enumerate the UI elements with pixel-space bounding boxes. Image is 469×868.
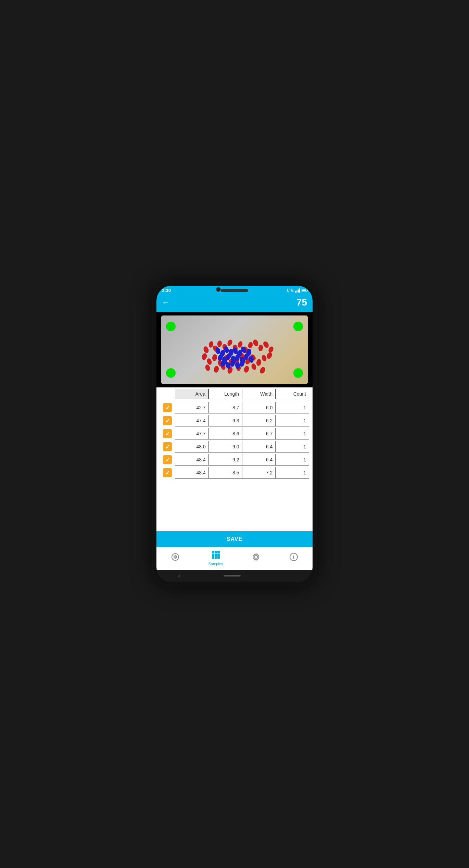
- cell-area-2: 47.7: [175, 428, 208, 439]
- row-checkbox-1[interactable]: ✓: [163, 416, 172, 425]
- home-button[interactable]: [224, 575, 241, 576]
- table-rows: ✓ 42.7 8.7 6.0 1 ✓ 47.4 9.3 6.2 1 ✓ 47.7…: [160, 402, 309, 479]
- row-checkbox-2[interactable]: ✓: [163, 429, 172, 438]
- row-checkbox-5[interactable]: ✓: [163, 468, 172, 477]
- cell-width-5: 7.2: [242, 467, 276, 479]
- row-checkbox-0[interactable]: ✓: [163, 403, 172, 412]
- seed-red: [248, 342, 253, 349]
- cell-length-2: 8.6: [208, 428, 242, 439]
- checkbox-cell-3: ✓: [160, 442, 175, 451]
- seed-red: [203, 346, 210, 354]
- cell-area-4: 48.4: [175, 454, 208, 466]
- cell-width-4: 6.4: [242, 454, 276, 466]
- nav-settings[interactable]: [252, 553, 261, 563]
- cell-length-4: 9.2: [208, 454, 242, 466]
- nav-info[interactable]: i: [289, 553, 298, 563]
- seed-red: [259, 366, 266, 374]
- table-header: Area Length Width Count: [160, 387, 309, 400]
- phone-frame: 2:30 LTE ← 75: [152, 282, 317, 586]
- status-icons: LTE: [287, 288, 307, 293]
- checkbox-cell-2: ✓: [160, 429, 175, 438]
- cell-width-0: 6.0: [242, 402, 276, 413]
- seeds-container: [193, 327, 276, 372]
- cell-length-0: 8.7: [208, 402, 242, 413]
- cell-width-2: 6.7: [242, 428, 276, 439]
- corner-dot-tl: [166, 322, 176, 331]
- table-row: ✓ 48.4 9.2 6.4 1: [160, 454, 309, 466]
- svg-rect-5: [212, 554, 214, 556]
- svg-rect-4: [217, 551, 220, 553]
- svg-rect-10: [217, 556, 220, 559]
- info-icon: i: [289, 553, 298, 563]
- seed-red: [213, 365, 219, 373]
- cell-length-1: 9.3: [208, 415, 242, 426]
- image-background: [161, 315, 308, 384]
- save-button[interactable]: SAVE: [156, 531, 313, 547]
- cell-width-1: 6.2: [242, 415, 276, 426]
- nav-camera[interactable]: [171, 553, 180, 563]
- home-bar-area: ‹: [156, 570, 313, 582]
- seed-red: [201, 353, 208, 361]
- svg-rect-3: [215, 551, 217, 553]
- svg-text:i: i: [293, 554, 294, 560]
- svg-rect-8: [212, 556, 214, 559]
- checkbox-cell-0: ✓: [160, 403, 175, 412]
- top-bar: ← 75: [156, 294, 313, 312]
- lte-icon: LTE: [287, 288, 294, 292]
- back-button[interactable]: ←: [162, 298, 169, 307]
- seed-red: [227, 339, 233, 347]
- table-row: ✓ 47.7 8.6 6.7 1: [160, 428, 309, 439]
- checkbox-cell-4: ✓: [160, 455, 175, 464]
- cell-count-1: 1: [275, 415, 309, 426]
- cell-area-0: 42.7: [175, 402, 208, 413]
- table-row: ✓ 42.7 8.7 6.0 1: [160, 402, 309, 413]
- svg-point-11: [255, 556, 257, 558]
- signal-icon: [295, 288, 300, 293]
- camera: [216, 287, 221, 292]
- svg-rect-9: [215, 556, 217, 559]
- samples-icon: [211, 550, 220, 561]
- image-area: [161, 315, 308, 384]
- count-display: 75: [296, 297, 307, 308]
- cell-area-1: 47.4: [175, 415, 208, 426]
- checkbox-cell-1: ✓: [160, 416, 175, 425]
- svg-rect-2: [212, 551, 214, 553]
- seed-red: [261, 354, 267, 362]
- bottom-nav: Samples i: [156, 547, 313, 570]
- cell-count-2: 1: [275, 428, 309, 439]
- row-checkbox-4[interactable]: ✓: [163, 455, 172, 464]
- header-count: Count: [276, 389, 309, 399]
- cell-length-5: 8.5: [208, 467, 242, 479]
- status-time: 2:30: [162, 288, 171, 293]
- cell-count-4: 1: [275, 454, 309, 466]
- cell-length-3: 9.0: [208, 441, 242, 452]
- seed-red: [266, 351, 273, 360]
- corner-dot-br: [293, 368, 303, 378]
- header-width: Width: [242, 389, 276, 399]
- cell-area-5: 48.4: [175, 467, 208, 479]
- cell-count-3: 1: [275, 441, 309, 452]
- svg-rect-6: [215, 554, 217, 556]
- speaker: [221, 289, 248, 292]
- camera-icon: [171, 553, 180, 563]
- data-section: Area Length Width Count ✓ 42.7 8.7 6.0 1…: [156, 387, 313, 531]
- checkbox-cell-5: ✓: [160, 468, 175, 477]
- seed-red: [258, 344, 263, 351]
- seed-red: [262, 340, 270, 349]
- seed-red: [256, 359, 262, 366]
- seed-red: [217, 340, 222, 347]
- back-soft-button[interactable]: ‹: [178, 573, 180, 579]
- cell-area-3: 48.0: [175, 441, 208, 452]
- svg-rect-7: [217, 554, 220, 556]
- phone-screen: 2:30 LTE ← 75: [156, 286, 313, 582]
- settings-icon: [252, 553, 261, 563]
- row-checkbox-3[interactable]: ✓: [163, 442, 172, 451]
- seed-red: [251, 363, 257, 370]
- seed-red: [212, 354, 217, 361]
- table-row: ✓ 47.4 9.3 6.2 1: [160, 415, 309, 426]
- nav-samples[interactable]: Samples: [208, 550, 223, 566]
- table-row: ✓ 48.0 9.0 6.4 1: [160, 441, 309, 452]
- samples-label: Samples: [208, 562, 223, 566]
- seed-red: [243, 365, 250, 373]
- table-row: ✓ 48.4 8.5 7.2 1: [160, 467, 309, 479]
